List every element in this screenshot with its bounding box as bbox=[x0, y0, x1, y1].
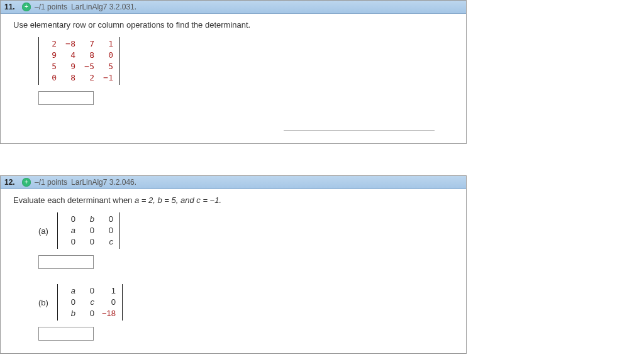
question-11: 11. + –/1 points LarLinAlg7 3.2.031. Use… bbox=[0, 0, 467, 144]
points-label: –/1 points bbox=[35, 3, 67, 11]
part-label-b: (b) bbox=[38, 298, 48, 307]
source-label: LarLinAlg7 3.2.031. bbox=[71, 3, 136, 11]
question-header: 12. + –/1 points LarLinAlg7 3.2.046. bbox=[1, 176, 466, 189]
question-body: Evaluate each determinant when a = 2, b … bbox=[1, 189, 466, 353]
answer-field-12b[interactable] bbox=[38, 327, 94, 341]
question-header: 11. + –/1 points LarLinAlg7 3.2.031. bbox=[1, 1, 466, 14]
part-a: (a) 0b0 a00 00c bbox=[38, 212, 453, 249]
answer-field-11[interactable] bbox=[38, 91, 94, 105]
question-body: Use elementary row or column operations … bbox=[1, 14, 466, 143]
determinant-12a: 0b0 a00 00c bbox=[57, 212, 120, 249]
answer-field-12a[interactable] bbox=[38, 255, 94, 269]
question-prompt: Evaluate each determinant when a = 2, b … bbox=[13, 195, 453, 205]
answer-input-11 bbox=[38, 91, 453, 105]
plus-icon[interactable]: + bbox=[22, 178, 31, 187]
question-number: 12. bbox=[4, 178, 18, 187]
part-label-a: (a) bbox=[38, 226, 48, 236]
question-12: 12. + –/1 points LarLinAlg7 3.2.046. Eva… bbox=[0, 175, 467, 354]
answer-input-12b bbox=[38, 327, 453, 341]
determinant-11: 2−871 9480 59−55 082−1 bbox=[38, 37, 120, 85]
part-b: (b) a01 0c0 b0−18 bbox=[38, 284, 453, 321]
answer-input-12a bbox=[38, 255, 453, 269]
question-number: 11. bbox=[4, 3, 18, 11]
question-prompt: Use elementary row or column operations … bbox=[13, 20, 453, 30]
source-label: LarLinAlg7 3.2.046. bbox=[71, 178, 136, 187]
plus-icon[interactable]: + bbox=[22, 3, 31, 11]
points-label: –/1 points bbox=[35, 178, 67, 187]
determinant-12b: a01 0c0 b0−18 bbox=[57, 284, 123, 321]
